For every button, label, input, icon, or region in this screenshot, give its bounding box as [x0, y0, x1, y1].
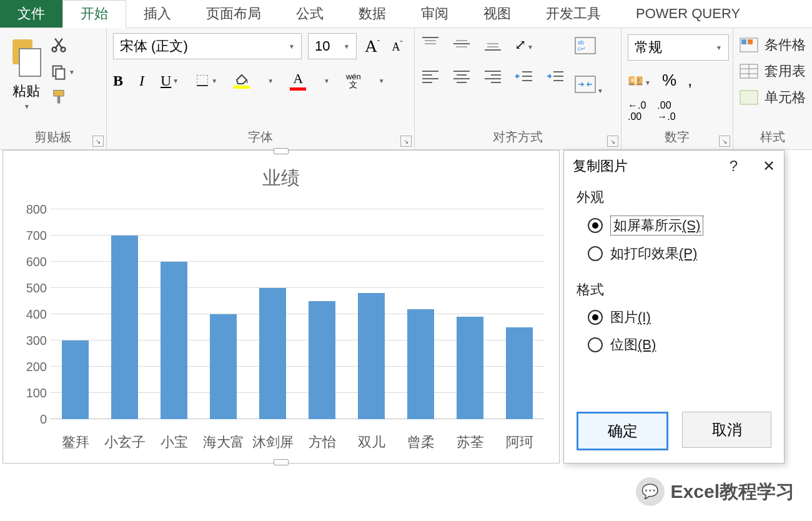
orientation-button[interactable]: ⤢▼	[515, 37, 533, 53]
bar[interactable]	[407, 309, 434, 419]
bar[interactable]	[506, 327, 533, 419]
bar[interactable]	[161, 262, 187, 419]
bar-slot	[396, 209, 445, 419]
decrease-indent-button[interactable]	[515, 68, 533, 87]
bar[interactable]	[457, 317, 483, 419]
x-axis-label: 方怡	[297, 433, 347, 452]
chevron-down-icon[interactable]: ▼	[324, 77, 330, 84]
accounting-format-button[interactable]: 💴▼	[628, 73, 651, 88]
appearance-screen-radio[interactable]: 如屏幕所示(S)	[588, 216, 771, 236]
group-clipboard-label: 剪贴板	[0, 129, 106, 149]
svg-rect-3	[56, 69, 64, 79]
font-name-combo[interactable]: 宋体 (正文) ▼	[113, 33, 302, 59]
group-alignment: ⤢▼ abc↵ ▼ 对齐方式 ↘	[415, 28, 621, 149]
italic-button[interactable]: I	[139, 72, 144, 89]
chevron-down-icon: ▼	[716, 44, 722, 51]
increase-decimal-button[interactable]: ←.0.00	[628, 100, 646, 122]
bold-button[interactable]: B	[113, 72, 123, 89]
number-format-value: 常规	[635, 38, 662, 57]
paste-button[interactable]: 粘贴 ▼	[6, 33, 46, 112]
x-axis-label: 苏荃	[445, 433, 495, 452]
chart-resize-handle-top[interactable]	[274, 148, 289, 154]
align-middle-button[interactable]	[452, 36, 471, 54]
cell-styles-button[interactable]: 单元格	[740, 88, 806, 107]
tab-insert[interactable]: 插入	[126, 0, 189, 27]
tab-page-layout[interactable]: 页面布局	[189, 0, 279, 27]
bar[interactable]	[62, 340, 89, 419]
font-color-button[interactable]: A	[290, 71, 306, 91]
copy-picture-dialog: 复制图片 ? ✕ 外观 如屏幕所示(S) 如打印效果(P) 格式 图片(I) 位…	[563, 150, 785, 464]
chart-title[interactable]: 业绩	[3, 166, 559, 191]
merge-center-button[interactable]: ▼	[575, 76, 603, 96]
format-picture-radio[interactable]: 图片(I)	[588, 308, 771, 327]
conditional-formatting-button[interactable]: 条件格	[740, 36, 806, 54]
cut-button[interactable]	[50, 36, 75, 56]
group-styles: 条件格 套用表 单元格 样式	[733, 28, 812, 149]
align-bottom-button[interactable]	[483, 36, 502, 54]
comma-style-button[interactable]: ,	[688, 71, 692, 90]
clipboard-launcher[interactable]: ↘	[92, 136, 104, 147]
tab-developer[interactable]: 开发工具	[528, 0, 618, 27]
x-axis-label: 曾柔	[396, 433, 445, 452]
chart-bars	[51, 209, 544, 419]
y-axis-tick: 200	[12, 360, 47, 374]
align-left-button[interactable]	[421, 68, 440, 87]
wrap-text-button[interactable]: abc↵	[575, 37, 603, 57]
chevron-down-icon[interactable]: ▼	[379, 77, 385, 84]
percent-button[interactable]: %	[662, 71, 676, 90]
grow-font-button[interactable]: Aˆ	[363, 37, 382, 56]
chart-object[interactable]: 业绩 0100200300400500600700800 鳌拜小玄子小宝海大富沐…	[2, 150, 560, 464]
chart-plot-area[interactable]: 0100200300400500600700800	[51, 209, 544, 419]
dialog-title: 复制图片	[573, 157, 628, 176]
bar[interactable]	[358, 293, 385, 419]
align-center-button[interactable]	[452, 68, 471, 87]
fill-color-button[interactable]	[234, 72, 250, 89]
group-alignment-label: 对齐方式	[415, 129, 621, 149]
font-launcher[interactable]: ↘	[400, 136, 412, 147]
tab-view[interactable]: 视图	[466, 0, 528, 27]
format-section-label: 格式	[577, 280, 771, 299]
increase-indent-button[interactable]	[546, 68, 565, 87]
group-number: 常规 ▼ 💴▼ % , ←.0.00 .00→.0 数字	[621, 28, 733, 149]
format-as-table-button[interactable]: 套用表	[740, 62, 806, 81]
dialog-close-button[interactable]: ✕	[763, 157, 775, 175]
number-launcher[interactable]: ↘	[719, 136, 730, 147]
tab-formula[interactable]: 公式	[279, 0, 341, 27]
decrease-decimal-button[interactable]: .00→.0	[657, 100, 675, 122]
align-right-button[interactable]	[483, 68, 502, 87]
font-name-value: 宋体 (正文)	[120, 37, 188, 56]
shrink-font-button[interactable]: Aˇ	[388, 37, 407, 56]
alignment-launcher[interactable]: ↘	[607, 136, 618, 147]
tab-power-query[interactable]: POWER QUERY	[618, 0, 758, 27]
appearance-print-radio[interactable]: 如打印效果(P)	[588, 244, 771, 263]
svg-rect-36	[575, 76, 595, 92]
number-format-combo[interactable]: 常规 ▼	[628, 34, 729, 61]
tab-file[interactable]: 文件	[0, 0, 62, 27]
y-axis-tick: 300	[12, 334, 47, 348]
bar[interactable]	[210, 314, 237, 419]
tab-home[interactable]: 开始	[62, 0, 126, 28]
chevron-down-icon: ▼	[69, 69, 75, 76]
phonetic-guide-button[interactable]: wén 文	[346, 72, 361, 89]
underline-button[interactable]: U▼	[161, 72, 179, 89]
watermark-text: Excel教程学习	[671, 479, 795, 505]
bar[interactable]	[259, 288, 286, 419]
ok-button[interactable]: 确定	[577, 412, 668, 450]
cancel-button[interactable]: 取消	[682, 412, 771, 448]
radio-icon	[588, 218, 603, 233]
copy-button[interactable]: ▼	[50, 63, 75, 81]
align-top-button[interactable]	[421, 36, 440, 54]
font-size-combo[interactable]: 10 ▼	[308, 33, 357, 59]
x-axis-label: 海大富	[199, 433, 248, 452]
border-button[interactable]: ▼	[195, 73, 217, 88]
tab-review[interactable]: 审阅	[404, 0, 466, 27]
bar[interactable]	[309, 301, 335, 419]
format-painter-button[interactable]	[50, 88, 75, 108]
format-bitmap-radio[interactable]: 位图(B)	[588, 335, 771, 354]
chevron-down-icon[interactable]: ▼	[267, 77, 274, 84]
chart-resize-handle-bottom[interactable]	[274, 459, 289, 465]
wechat-icon: 💬	[636, 477, 665, 506]
bar[interactable]	[111, 236, 138, 419]
tab-data[interactable]: 数据	[341, 0, 404, 27]
dialog-help-button[interactable]: ?	[730, 157, 738, 175]
